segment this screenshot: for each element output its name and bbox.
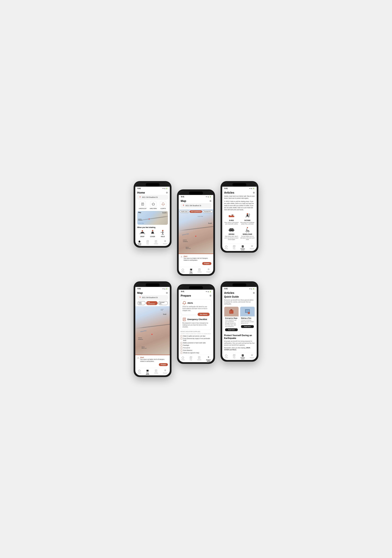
map-preview-home[interactable]: Map Seattle 📍 Elliott Bay NORTHADMIRAL bbox=[137, 211, 168, 225]
nav-prepare-label: Prepare bbox=[163, 243, 167, 244]
map-full-bot[interactable]: Seatt LumenField Elliott Bay NORTHADMIRA… bbox=[135, 306, 170, 355]
nav-articles-prepare[interactable]: Articles bbox=[197, 356, 201, 361]
prepare-button-bot[interactable]: Prepare bbox=[159, 363, 168, 366]
svg-marker-87 bbox=[233, 354, 235, 356]
protect-section: Protect Yourself During an Earthquake Al… bbox=[224, 334, 255, 351]
checklist-item-1[interactable]: Food (Several-day supply of non-perishab… bbox=[181, 338, 211, 341]
nav-map-articles-bot[interactable]: Map bbox=[233, 354, 236, 359]
shake-hold: HOLD bbox=[159, 229, 166, 237]
checklist-item-6[interactable]: Whistle (to signal for help) bbox=[181, 352, 211, 354]
action-checklist[interactable]: CHECKLIST bbox=[139, 201, 146, 209]
status-bar-map-bot: 9:41 ▪▪▪ ▲ 🔋 bbox=[135, 287, 170, 290]
nav-prepare-prepare[interactable]: Prepare bbox=[206, 356, 211, 361]
filter-fault[interactable]: Fault Lines bbox=[180, 210, 189, 213]
status-icons-map-top: ▪▪▪ ▲ 🔋 bbox=[206, 196, 211, 198]
checkbox-2[interactable] bbox=[181, 342, 182, 344]
checkbox-3[interactable] bbox=[181, 345, 182, 346]
nav-articles-map-bot[interactable]: Articles bbox=[154, 369, 158, 375]
read-more-plan[interactable]: Read more bbox=[241, 325, 254, 328]
filter-tsunami-bot[interactable]: Tsunami Ris... bbox=[158, 301, 168, 305]
nav-prepare-map-bot[interactable]: Prepare bbox=[163, 369, 167, 375]
nav-map[interactable]: Map bbox=[146, 240, 149, 245]
nav-prepare-articles-top[interactable]: Prepare bbox=[250, 245, 254, 250]
status-time: 9:41 bbox=[137, 187, 141, 189]
checkbox-0[interactable] bbox=[181, 335, 182, 337]
phone-notch-articles-bot bbox=[222, 283, 257, 287]
alert-banner-map-top: ⚠ Alert Your area is at higher risk for … bbox=[179, 254, 213, 266]
checklist-item-3[interactable]: Flashlight bbox=[181, 344, 211, 346]
nav-articles-articles-top[interactable]: Articles bbox=[240, 245, 245, 250]
filter-soil-bot[interactable]: Soil Liquefaction bbox=[146, 301, 158, 305]
svg-marker-61 bbox=[146, 370, 147, 372]
checklist-item-5[interactable]: Extra Batteries bbox=[181, 349, 211, 351]
nav-map-map-bot[interactable]: Map bbox=[146, 369, 149, 375]
notch-pill-articles-bot bbox=[232, 283, 246, 287]
map-full-view-top[interactable]: Fault Lines Soil Liquefaction Tsunami Ri… bbox=[179, 209, 213, 254]
svg-marker-24 bbox=[182, 269, 184, 270]
nav-map-underline-bot bbox=[146, 374, 149, 375]
checkbox-5[interactable] bbox=[181, 349, 182, 351]
gear-icon-map-top[interactable]: ⚙ bbox=[209, 200, 211, 202]
nav-articles[interactable]: Articles bbox=[154, 240, 158, 245]
svg-rect-78 bbox=[229, 310, 233, 314]
checkbox-6[interactable] bbox=[181, 352, 182, 354]
nav-articles-underline-top bbox=[241, 250, 244, 250]
gear-icon-home[interactable]: ⚙ bbox=[166, 191, 168, 194]
address-bar-map-top[interactable]: 📍 3021 SW Bradford St bbox=[181, 203, 211, 208]
checklist-item-2[interactable]: Battery-powered or hand crank radio bbox=[181, 342, 211, 344]
action-alerts[interactable]: ALERTS bbox=[160, 201, 166, 209]
nav-map-map-top[interactable]: Map bbox=[189, 268, 193, 273]
nav-articles-articles-bot[interactable]: Articles bbox=[240, 354, 245, 359]
nav-articles-map-top[interactable]: Articles bbox=[197, 268, 202, 273]
gear-icon-articles-top[interactable]: ⚙ bbox=[253, 191, 255, 194]
status-icons-articles-top: ▪▪▪ ▲ 🔋 bbox=[249, 188, 255, 189]
checklist-item-4[interactable]: First aid kit bbox=[181, 347, 211, 349]
nav-articles-label-prepare: Articles bbox=[197, 359, 201, 360]
west-seattle-bot: WESTSEATTLE bbox=[142, 346, 146, 349]
action-shelters[interactable]: SHELTERS bbox=[150, 201, 157, 209]
nav-home[interactable]: Home bbox=[138, 240, 141, 245]
articles-header-top: Articles ⚙ bbox=[222, 190, 257, 195]
address-bar-map-bot[interactable]: 📍 3021 SW Bradford St bbox=[137, 295, 168, 300]
svg-rect-9 bbox=[151, 233, 154, 234]
nav-home-articles-bot[interactable]: Home bbox=[225, 354, 228, 359]
phone-map-bottom: 9:41 ▪▪▪ ▲ 🔋 Map ⚙ 📍 3021 SW Bradford St… bbox=[134, 281, 171, 377]
filter-tsunami[interactable]: Tsunami Ri... bbox=[203, 210, 213, 213]
prepare-button-top[interactable]: Prepare bbox=[202, 262, 211, 265]
gear-icon-prepare[interactable]: ⚙ bbox=[209, 294, 211, 297]
checklist-card-title: Emergency Checklist bbox=[187, 318, 207, 321]
nav-prepare-articles-bot[interactable]: Prepare bbox=[250, 354, 254, 359]
checklist-item-0[interactable]: Water (1 gallon per person, per day) bbox=[181, 335, 211, 337]
address-bar-home[interactable]: 📍 3021 SW Bradford St bbox=[137, 195, 168, 200]
nav-prepare-map-top[interactable]: Prepare bbox=[206, 268, 211, 273]
nav-home-articles-top[interactable]: Home bbox=[225, 245, 228, 250]
phone-notch-map-top bbox=[179, 191, 213, 195]
read-more-emergency[interactable]: Read more bbox=[225, 328, 238, 331]
filter-fault-bot[interactable]: Fault Lines bbox=[137, 301, 145, 305]
nav-prepare-label-art-bot: Prepare bbox=[250, 357, 254, 358]
status-icons-prepare: ▪▪▪ ▲ 🔋 bbox=[206, 291, 211, 292]
gear-icon-map-bot[interactable]: ⚙ bbox=[166, 292, 168, 294]
nav-home-label-map-top: Home bbox=[181, 271, 185, 273]
checkbox-1[interactable] bbox=[181, 338, 182, 340]
nav-home-map-top[interactable]: Home bbox=[181, 268, 185, 273]
see-alerts-button[interactable]: See Alerts bbox=[198, 313, 209, 316]
svg-marker-51 bbox=[225, 245, 228, 247]
nav-prepare[interactable]: Prepare bbox=[163, 240, 167, 245]
svg-line-37 bbox=[248, 216, 249, 218]
svg-marker-17 bbox=[146, 240, 149, 242]
nav-map-articles-top[interactable]: Map bbox=[233, 245, 236, 250]
checkbox-4[interactable] bbox=[181, 347, 182, 349]
filter-soil[interactable]: Soil Liquefaction bbox=[190, 210, 202, 213]
protect-title: Protect Yourself During an Earthquake bbox=[224, 334, 255, 339]
bottom-nav-prepare: Home Map Articles Prepare bbox=[179, 355, 213, 362]
nav-home-map-bot[interactable]: Home bbox=[138, 369, 141, 375]
shake-section: When you feel shaking, DROP COVER bbox=[137, 227, 168, 237]
bottom-nav-map-top: Home Map Articles Prepare bbox=[179, 267, 213, 274]
nav-map-prepare[interactable]: Map bbox=[189, 356, 192, 361]
alert-text-top: Your area is at higher risk for 2 danger… bbox=[184, 257, 211, 261]
nav-home-prepare[interactable]: Home bbox=[181, 356, 185, 361]
gear-icon-articles-bot[interactable]: ⚙ bbox=[253, 292, 255, 294]
cover-figure bbox=[149, 229, 156, 235]
status-time-articles-bot: 9:41 bbox=[224, 288, 228, 290]
